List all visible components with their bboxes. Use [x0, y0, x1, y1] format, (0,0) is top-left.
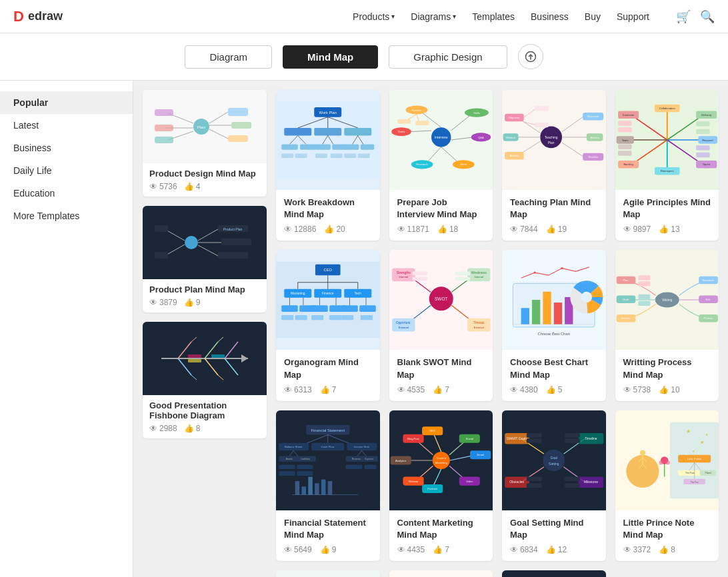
svg-rect-189 [392, 269, 415, 282]
upload-button[interactable] [518, 44, 543, 69]
svg-text:CEO: CEO [324, 268, 333, 272]
card-thumb: Choose Best Chart [502, 250, 606, 350]
svg-text:Liabilities: Liabilities [301, 458, 310, 460]
svg-text:The Fox: The Fox [690, 480, 698, 483]
svg-rect-148 [618, 145, 631, 149]
sidebar-item-moretemplates[interactable]: More Templates [0, 205, 133, 227]
svg-rect-328 [565, 483, 580, 488]
sidebar-item-business[interactable]: Business [0, 137, 133, 159]
card-meta: 👁 5649 👍 9 [284, 545, 372, 554]
svg-rect-272 [308, 476, 313, 494]
card-content-marketing[interactable]: Content Marketing Blog Post SEO Social E… [389, 410, 493, 561]
nav-business[interactable]: Business [531, 11, 569, 22]
card-meta: 👁 7844 👍 19 [510, 225, 598, 234]
svg-rect-9 [228, 135, 248, 142]
svg-rect-149 [618, 151, 631, 155]
tab-diagram[interactable]: Diagram [185, 45, 272, 69]
svg-text:SMART Goals: SMART Goals [507, 437, 528, 440]
card-thumb: Interview Resume Skills Goals Q&A [389, 90, 493, 190]
card-meta: 👁 11871 👍 18 [397, 225, 485, 234]
card-best-chart[interactable]: Choose Best Chart Choose Best Chart Mind… [502, 250, 606, 400]
svg-rect-120 [535, 123, 548, 127]
svg-rect-271 [301, 486, 306, 494]
card-body: Blank SWOT Mind Map 👁 4535 👍 7 [389, 350, 493, 400]
card-product-exec[interactable]: Product Execution Sprint Plan Backlog Re… [276, 570, 380, 577]
svg-text:Product Plan: Product Plan [223, 227, 243, 231]
card-body: Choose Best Chart Mind Map 👁 4380 👍 5 [502, 350, 606, 400]
card-fishbone[interactable]: Good Presentation Fishbone Diagram 👁 298… [143, 322, 267, 438]
svg-text:Review: Review [621, 317, 629, 320]
card-writing-process[interactable]: Writing Plan Draft Review Research [615, 250, 719, 400]
svg-text:Social: Social [465, 437, 473, 440]
svg-rect-153 [696, 153, 709, 157]
svg-text:Content: Content [436, 456, 446, 460]
svg-rect-7 [231, 122, 251, 129]
card-product-design[interactable]: Plan Product Design Mind Map [143, 90, 267, 197]
card-goal-setting[interactable]: Goal Setting SMART Goals Timeline Obstac… [502, 410, 606, 561]
card-little-prince[interactable]: ★ ★ ★ ★ Little Prince The Rose Planet [615, 410, 719, 561]
svg-rect-56 [281, 145, 298, 150]
svg-text:External: External [473, 326, 483, 329]
svg-rect-57 [300, 145, 317, 150]
card-work-breakdown[interactable]: Work Plan [276, 90, 380, 241]
card-body: Content Marketing Mind Map 👁 4435 👍 7 [389, 510, 493, 561]
view-count: 👁 2988 [149, 424, 177, 433]
svg-rect-174 [311, 306, 328, 312]
svg-rect-11 [155, 109, 173, 116]
search-icon[interactable]: 🔍 [700, 9, 715, 24]
nav-templates[interactable]: Templates [472, 11, 515, 22]
nav-support[interactable]: Support [617, 11, 649, 22]
card-title: Product Design Mind Map [149, 169, 260, 179]
svg-text:Plan: Plan [197, 125, 205, 129]
card-colorful[interactable]: Colorful Mind Map [389, 570, 493, 577]
sidebar-cards-area: Plan Product Design Mind Map [133, 81, 267, 577]
svg-rect-209 [521, 308, 529, 325]
svg-rect-183 [329, 315, 341, 320]
card-thumb [143, 322, 267, 395]
card-organogram[interactable]: CEO Marketing Finance Tech [276, 250, 380, 400]
view-count: 👁 12886 [284, 225, 316, 234]
view-count: 👁 5736 [149, 182, 177, 191]
card-teaching-plan[interactable]: Teaching Plan Objective Method Activity [502, 90, 606, 241]
card-financial[interactable]: Financial Statement Balance Sheet Income… [276, 410, 380, 561]
svg-point-219 [561, 267, 563, 269]
view-count: 👁 3879 [149, 298, 177, 307]
view-count: 👁 4435 [397, 545, 425, 554]
tab-graphicdesign[interactable]: Graphic Design [389, 45, 507, 69]
card-dark-theme[interactable]: 1. Creative Thinking in Design 2. How to… [502, 570, 606, 577]
nav-diagrams[interactable]: Diagrams ▾ [411, 11, 456, 22]
cart-icon[interactable]: 🛒 [676, 9, 691, 24]
logo[interactable]: D edraw [13, 8, 63, 25]
svg-rect-193 [467, 269, 490, 282]
sidebar-item-latest[interactable]: Latest [0, 114, 133, 137]
svg-text:Assets: Assets [286, 458, 293, 460]
card-blank-swot[interactable]: SWOT Strengths Internal Weakness Interna… [389, 250, 493, 400]
sidebar-item-popular[interactable]: Popular [0, 91, 133, 114]
nav-icon-group: 🛒 🔍 [676, 9, 715, 24]
tab-mindmap[interactable]: Mind Map [283, 45, 378, 69]
svg-text:Milestone: Milestone [584, 480, 598, 484]
card-agile[interactable]: Customer Collaboration Delivery Respond … [615, 90, 719, 241]
sidebar-item-education[interactable]: Education [0, 182, 133, 205]
card-prepare-job[interactable]: Interview Resume Skills Goals Q&A [389, 90, 493, 241]
sidebar-item-dailylife[interactable]: Daily Life [0, 159, 133, 182]
svg-rect-69 [331, 153, 343, 158]
svg-rect-180 [281, 315, 293, 320]
svg-rect-212 [554, 302, 562, 324]
nav-buy[interactable]: Buy [585, 11, 601, 22]
view-count: 👁 11871 [397, 225, 429, 234]
card-thumb: ★ ★ ★ ★ Little Prince The Rose Planet [615, 410, 719, 510]
svg-rect-273 [315, 483, 319, 494]
svg-text:Skills: Skills [473, 111, 480, 115]
svg-rect-270 [295, 481, 300, 494]
svg-text:Customer: Customer [622, 113, 634, 117]
template-grid: Work Plan [267, 81, 728, 577]
view-count: 👁 7844 [510, 225, 538, 234]
like-count: 👍 8 [184, 424, 201, 433]
svg-rect-275 [328, 481, 333, 494]
card-meta: 👁 12886 👍 20 [284, 225, 372, 234]
nav-products[interactable]: Products ▾ [353, 11, 395, 22]
card-product-plan[interactable]: Product Plan Product Plan Mind Map 👁 387… [143, 206, 267, 312]
card-body: Prepare Job Interview Mind Map 👁 11871 👍… [389, 190, 493, 241]
view-count: 👁 4380 [510, 385, 538, 394]
